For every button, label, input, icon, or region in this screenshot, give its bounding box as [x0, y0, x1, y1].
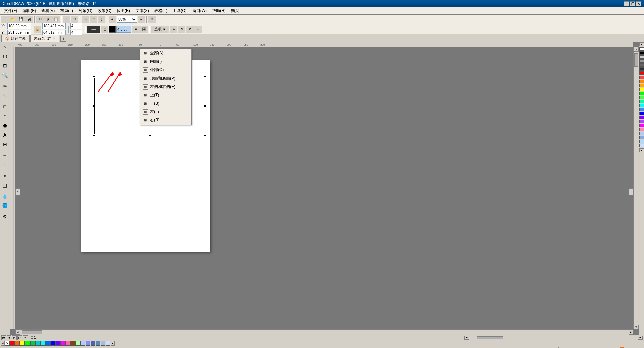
tool-selector[interactable]: ↖ [1, 43, 9, 51]
fill-color-swatch[interactable] [109, 26, 116, 33]
page-prev-btn[interactable]: ◄ [7, 335, 11, 340]
vc-swatch-gray4[interactable] [639, 67, 644, 71]
vert-color-arrow-down[interactable]: ▼ [639, 148, 644, 152]
vc-swatch-yellow[interactable] [639, 88, 644, 91]
menu-edit[interactable]: 编辑(E) [20, 7, 39, 14]
menu-bitmap[interactable]: 位图(B) [114, 7, 133, 14]
restore-button[interactable]: ❐ [630, 1, 635, 6]
publish-button[interactable]: ⤴ [98, 16, 105, 23]
tool-ellipse[interactable]: ○ [1, 112, 9, 120]
tab-document[interactable]: 未命名 -1* ✕ [30, 35, 59, 42]
swatch-purple[interactable] [55, 341, 60, 346]
dropdown-item-bottom[interactable]: ⊞ 下(B) [140, 99, 191, 108]
hscroll2-right[interactable]: ► [638, 336, 643, 340]
scroll-right-btn[interactable]: ► [629, 330, 633, 335]
swatch-green2[interactable] [30, 341, 35, 346]
rows-input[interactable] [70, 30, 82, 35]
palette-scroll-left[interactable]: ◄ [1, 341, 5, 346]
tab-welcome[interactable]: 🏠 欢迎屏幕 [1, 35, 30, 42]
table-cell[interactable] [95, 77, 122, 96]
tool-dimension[interactable]: ↔ [1, 151, 9, 160]
dropdown-item-inner[interactable]: ⊞ 内部(I) [140, 57, 191, 66]
tool-fill[interactable]: 🪣 [1, 201, 9, 210]
export-button[interactable]: ⤒ [90, 16, 97, 23]
tool-text[interactable]: A [1, 131, 9, 139]
tool-effects[interactable]: ✦ [1, 171, 9, 180]
tool-eyedrop[interactable]: 💧 [1, 192, 9, 201]
vc-swatch-magenta[interactable] [639, 124, 644, 127]
vert-color-arrow-up[interactable]: ▲ [639, 42, 644, 46]
swatch-pink[interactable] [65, 341, 70, 346]
vertical-scrollbar[interactable]: ▲ ▼ [633, 47, 639, 329]
dropdown-item-left[interactable]: ⊞ 左(L) [140, 108, 191, 116]
tab-add-button[interactable]: + [60, 36, 66, 42]
scroll-collapse-right[interactable]: › [629, 188, 633, 195]
swatch-orange[interactable] [15, 341, 20, 346]
tool-freehand[interactable]: ✏ [1, 82, 9, 91]
outline-btn[interactable]: ◻ [101, 26, 108, 33]
table-cell[interactable] [95, 135, 122, 135]
swatch-ltblue6[interactable] [106, 341, 110, 346]
horizontal-scrollbar[interactable]: ◄ ► [15, 329, 633, 335]
swatch-ltblue4[interactable] [96, 341, 100, 346]
dropdown-item-outer[interactable]: ⊞ 外部(O) [140, 66, 191, 74]
vc-swatch-ltblue1[interactable] [639, 132, 644, 135]
palette-scroll-right[interactable]: ► [111, 341, 115, 346]
scroll-up-btn[interactable]: ▲ [634, 47, 639, 52]
hscroll2-left[interactable]: ◄ [464, 336, 469, 340]
swatch-blue2[interactable] [50, 341, 55, 346]
swatch-magenta[interactable] [60, 341, 65, 346]
options-dropdown-menu[interactable]: ⊞ 全部(A) ⊞ 内部(I) ⊞ 外部(O) ⊞ 顶部和底部(P) ⊞ 左 [140, 49, 192, 125]
zoom-out-button[interactable]: − [138, 16, 145, 23]
vc-swatch-gray2[interactable] [639, 59, 644, 63]
swatch-red[interactable] [10, 341, 15, 346]
hscroll-thumb[interactable] [22, 330, 42, 334]
tool-node[interactable]: ⬡ [1, 52, 9, 61]
sel-handle-mr[interactable] [204, 105, 206, 107]
swatch-yellow[interactable] [20, 341, 25, 346]
cols-input[interactable] [70, 23, 82, 29]
swatch-brown[interactable] [70, 341, 75, 346]
tool-transparency[interactable]: ◫ [1, 181, 9, 190]
redo-button[interactable]: ↪ [71, 16, 78, 23]
lock-ratio-button[interactable]: 🔒 [34, 26, 41, 33]
menu-view[interactable]: 查看(V) [39, 7, 57, 14]
menu-text[interactable]: 文本(X) [133, 7, 152, 14]
vc-swatch-black[interactable] [639, 51, 644, 55]
table-cell[interactable] [122, 135, 150, 135]
canvas-content[interactable]: ⊞ 全部(A) ⊞ 内部(I) ⊞ 外部(O) ⊞ 顶部和底部(P) ⊞ 左 [15, 47, 633, 329]
dropdown-item-right[interactable]: ⊞ 右(R) [140, 116, 191, 125]
import-button[interactable]: ⤓ [82, 16, 89, 23]
menu-layout[interactable]: 布局(L) [57, 7, 76, 14]
close-button[interactable]: ✕ [636, 1, 641, 6]
swatch-teal1[interactable] [35, 341, 40, 346]
swatch-ltblue2[interactable] [86, 341, 90, 346]
table-cell[interactable] [177, 135, 205, 135]
sel-handle-tr[interactable] [204, 75, 206, 78]
status-lang-area[interactable]: EN △ 普通 [558, 347, 579, 348]
scroll-collapse-left[interactable]: ‹ [15, 188, 20, 195]
font-size-field[interactable] [116, 26, 131, 33]
swatch-green1[interactable] [25, 341, 30, 346]
table-cell[interactable] [95, 115, 122, 135]
x-input[interactable] [7, 23, 31, 29]
menu-object[interactable]: 对象(O) [76, 7, 95, 14]
vc-swatch-blue1[interactable] [639, 108, 644, 111]
options-dropdown-btn[interactable]: 选项 ▼ [151, 26, 169, 33]
swatch-ltgreen[interactable] [75, 341, 80, 346]
vc-swatch-purple1[interactable] [639, 116, 644, 119]
dropdown-item-topbottom[interactable]: ⊞ 顶部和底部(P) [140, 74, 191, 83]
vc-swatch-orange2[interactable] [639, 84, 644, 87]
table-cell[interactable] [150, 135, 177, 135]
vc-swatch-red1[interactable] [639, 71, 644, 75]
sel-handle-bm[interactable] [149, 134, 151, 137]
copy-button[interactable]: ⎘ [44, 16, 52, 23]
swatch-ltblue3[interactable] [91, 341, 95, 346]
menu-table[interactable]: 表格(T) [152, 7, 170, 14]
vc-swatch-white[interactable] [639, 47, 644, 51]
tool-crop[interactable]: ⊡ [1, 61, 9, 70]
tool-smart[interactable]: ∿ [1, 91, 9, 100]
vc-swatch-green2[interactable] [639, 96, 644, 99]
table-cell[interactable] [95, 96, 122, 115]
scroll-down-btn[interactable]: ▼ [634, 325, 639, 329]
